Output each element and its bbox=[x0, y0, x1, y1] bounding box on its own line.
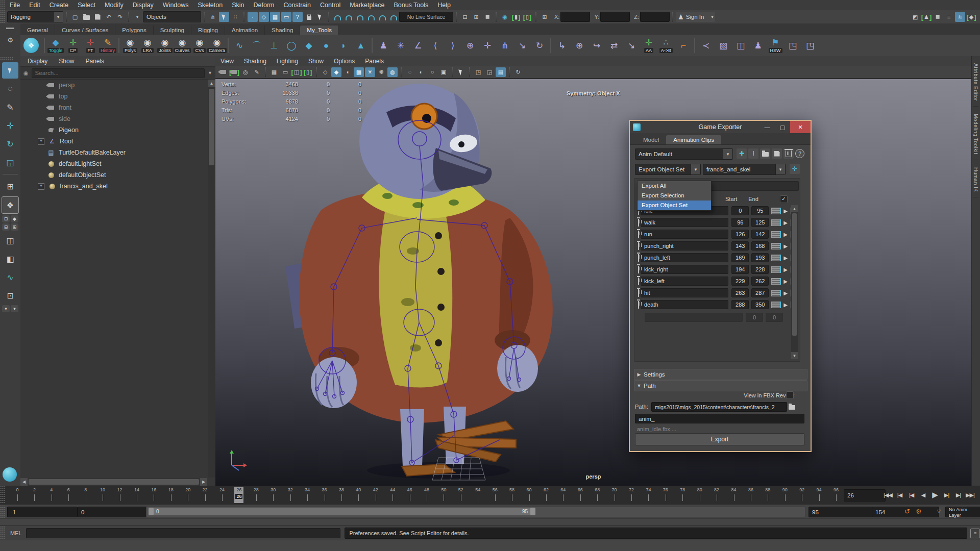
shelf-tab-my-tools[interactable]: My_Tools bbox=[300, 26, 339, 35]
clip-timeline-icon[interactable] bbox=[771, 290, 781, 296]
clip-end-field[interactable]: 193 bbox=[751, 253, 769, 262]
undo-icon[interactable]: ↶ bbox=[104, 12, 114, 22]
open-scene-icon[interactable] bbox=[81, 12, 91, 22]
script-editor-icon[interactable]: ≡ bbox=[970, 529, 980, 538]
layout-hypergraph-button[interactable]: ⊡ bbox=[2, 287, 18, 304]
select-hierarchy-icon[interactable]: ⋔ bbox=[208, 12, 218, 22]
clip-end-field[interactable]: 142 bbox=[751, 230, 769, 239]
paint-skin-weights-icon[interactable]: ▧ bbox=[715, 36, 731, 55]
outliner-item-pigeon[interactable]: Pigeon bbox=[20, 124, 207, 136]
command-grip[interactable] bbox=[0, 526, 5, 540]
clip-start-field[interactable]: 126 bbox=[731, 230, 749, 239]
play-backwards-button[interactable]: ◀ bbox=[917, 489, 929, 501]
window-shelf-icon-2[interactable]: ◳ bbox=[802, 36, 818, 55]
sign-in-dropdown[interactable]: ♟ Sign In ▾ bbox=[676, 12, 715, 22]
minimize-button[interactable]: — bbox=[760, 121, 775, 133]
copy-view-icon[interactable]: ◳ bbox=[473, 67, 483, 77]
maximize-button[interactable]: ▢ bbox=[775, 121, 790, 133]
range-slider-bar[interactable]: 0 95 bbox=[149, 508, 535, 515]
paste-view-icon[interactable]: ◲ bbox=[484, 67, 495, 77]
outliner-item-persp[interactable]: persp bbox=[20, 80, 207, 91]
menu-create[interactable]: Create bbox=[45, 0, 74, 10]
y-coord-field[interactable] bbox=[600, 12, 630, 22]
render-current-frame-icon[interactable]: ▮ bbox=[511, 12, 521, 22]
modeling-toolkit-icon[interactable]: ◩ bbox=[910, 12, 920, 22]
clip-timeline-icon[interactable] bbox=[771, 266, 781, 273]
clip-delete-button[interactable] bbox=[636, 219, 641, 226]
joints-visibility-button[interactable]: ◉Joints bbox=[157, 36, 173, 55]
clip-timeline-icon[interactable] bbox=[771, 255, 781, 261]
right-tab-modeling-toolkit[interactable]: Modeling Toolkit bbox=[973, 109, 978, 160]
bend-deformer-icon[interactable]: ≺ bbox=[698, 36, 714, 55]
clip-timeline-icon[interactable] bbox=[771, 243, 781, 249]
viewport-canvas[interactable]: Verts:346800Edges:1033600Polygons:687800… bbox=[215, 79, 971, 486]
point-constraint-icon[interactable]: ⇄ bbox=[606, 36, 622, 55]
toolbar-grip[interactable] bbox=[0, 10, 5, 23]
menu-select[interactable]: Select bbox=[73, 0, 100, 10]
go-to-end-button[interactable]: ▶▶| bbox=[964, 489, 976, 501]
remove-joint-icon[interactable]: ↘ bbox=[514, 36, 530, 55]
face-mask-icon[interactable]: ▦ bbox=[270, 12, 280, 22]
expand-icon[interactable]: + bbox=[38, 138, 44, 145]
outliner-item-defaultobjectset[interactable]: defaultObjectSet bbox=[20, 169, 207, 181]
rotate-helper-icon[interactable]: ↻ bbox=[531, 36, 548, 55]
shelf-tab-rigging[interactable]: Rigging bbox=[191, 26, 225, 35]
resolution-gate-icon[interactable]: ◫ bbox=[291, 67, 302, 77]
fbx-review-checkbox[interactable]: ✓ bbox=[786, 391, 794, 399]
hsw-button[interactable]: ⚑HSW bbox=[767, 36, 783, 55]
clip-end-field[interactable]: 168 bbox=[751, 241, 769, 251]
outliner-menu-show[interactable]: Show bbox=[59, 58, 74, 65]
wireframe-icon[interactable]: ◇ bbox=[320, 67, 330, 77]
playback-start-field[interactable]: 0 bbox=[78, 507, 148, 517]
input-connections-icon[interactable]: ⊟ bbox=[460, 12, 470, 22]
clip-start-field[interactable]: 229 bbox=[731, 277, 749, 286]
menu-deform[interactable]: Deform bbox=[249, 0, 279, 10]
select-context-icon[interactable] bbox=[456, 67, 466, 77]
dropdown-option-export-all[interactable]: Export All bbox=[638, 181, 711, 191]
live-surface-field[interactable]: No Live Surface bbox=[399, 12, 453, 22]
clip-play-button[interactable]: ▶ bbox=[783, 302, 788, 308]
preset-selector[interactable]: Anim Default ▾ bbox=[635, 148, 733, 160]
clip-end-field[interactable]: 262 bbox=[751, 277, 769, 286]
shelf-tab-sculpting[interactable]: Sculpting bbox=[154, 26, 191, 35]
bone-link-icon[interactable]: ⌐ bbox=[675, 36, 692, 55]
ep-curve-tool-icon[interactable]: ∿ bbox=[231, 36, 248, 55]
orient-constraint-icon[interactable]: ↪ bbox=[589, 36, 605, 55]
range-start-handle[interactable] bbox=[149, 508, 154, 515]
clip-end-field[interactable]: 228 bbox=[751, 265, 769, 274]
camera-visibility-button[interactable]: ◉Camera bbox=[209, 36, 225, 55]
save-scene-icon[interactable] bbox=[92, 12, 103, 22]
parent-constraint-icon[interactable]: ↳ bbox=[554, 36, 570, 55]
scale-tool[interactable]: ◱ bbox=[2, 154, 18, 170]
refresh-icon[interactable]: ↻ bbox=[513, 67, 523, 77]
clip-name-field[interactable]: punch_right bbox=[641, 241, 728, 251]
clip-delete-button[interactable] bbox=[636, 289, 641, 296]
dropdown-option-export-selection[interactable]: Export Selection bbox=[638, 191, 711, 201]
outliner-item-turtledefaultbakelayer[interactable]: ▤TurtleDefaultBakeLayer bbox=[20, 147, 207, 158]
menuset-selector[interactable]: Rigging ▾ bbox=[7, 11, 63, 22]
scroll-up-icon[interactable]: ▲ bbox=[791, 205, 798, 212]
tab-model[interactable]: Model bbox=[636, 135, 666, 144]
game-exporter-titlebar[interactable]: Game Exporter — ▢ ✕ bbox=[630, 121, 811, 133]
clip-delete-button[interactable] bbox=[636, 231, 641, 238]
layout-pair-3-button[interactable]: ⊞ bbox=[2, 223, 10, 231]
make-live-icon[interactable] bbox=[388, 12, 399, 22]
cp-button[interactable]: ✛CP bbox=[65, 36, 81, 55]
menu-edit[interactable]: Edit bbox=[24, 0, 45, 10]
tab-animation-clips[interactable]: Animation Clips bbox=[666, 135, 721, 144]
export-button[interactable]: Export bbox=[635, 433, 804, 445]
filter-icon[interactable]: ◉ bbox=[23, 70, 29, 77]
scrollbar-thumb[interactable] bbox=[792, 213, 797, 336]
ik-handle-icon[interactable]: ∠ bbox=[410, 36, 426, 55]
timeline-ruler[interactable]: 0246810121416182022242830323436384042444… bbox=[7, 486, 839, 505]
layout-single-pane-button[interactable]: ❖ bbox=[2, 196, 19, 214]
construction-history-icon[interactable]: ≣ bbox=[482, 12, 493, 22]
clip-end-field[interactable]: 287 bbox=[751, 288, 769, 297]
no-anim-layer-box[interactable]: No Anim Layer bbox=[945, 507, 980, 517]
layout-dropdown-1[interactable]: ▾ bbox=[2, 305, 10, 312]
layout-pair-2-button[interactable]: ◆ bbox=[11, 215, 18, 222]
clip-play-button[interactable]: ▶ bbox=[783, 220, 788, 226]
chevron-down-icon[interactable]: ▽ bbox=[937, 509, 941, 514]
clip-timeline-icon[interactable] bbox=[771, 302, 781, 308]
move-tool[interactable]: ✛ bbox=[2, 117, 18, 134]
